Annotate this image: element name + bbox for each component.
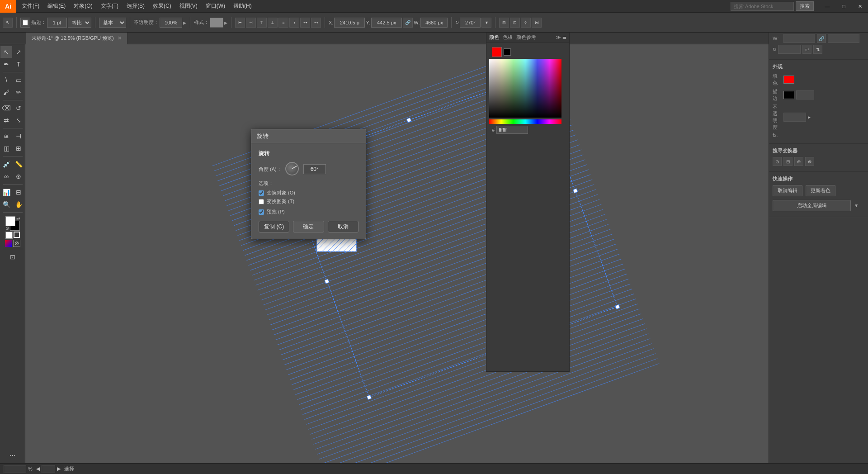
minimize-button[interactable]: — <box>819 0 835 13</box>
opacity-arrow[interactable]: ▸ <box>183 19 186 26</box>
w-input[interactable]: 4680 px <box>420 18 448 28</box>
more-tools-button[interactable]: ··· <box>7 450 19 461</box>
swap-colors-icon[interactable]: ⇄ <box>16 216 20 221</box>
zoom-tool[interactable]: 🔍 <box>0 199 12 210</box>
distribute-icon-2[interactable]: ⊷ <box>311 18 321 28</box>
preview-checkbox[interactable] <box>259 209 264 215</box>
link-icon[interactable]: 🔗 <box>403 18 413 28</box>
flip-horizontal-button[interactable]: ⇄ <box>802 45 811 54</box>
arrange-icon[interactable]: ⊞ <box>499 18 509 28</box>
graph-tool[interactable]: 📊 <box>0 186 12 198</box>
fill-color-box[interactable] <box>783 76 794 84</box>
style-arrow[interactable]: ▸ <box>224 19 227 26</box>
stroke-prop-input[interactable]: 1 pt <box>796 90 814 100</box>
gradient-tool[interactable]: ◫ <box>0 142 12 154</box>
align-icon-4[interactable]: ⊥ <box>268 18 278 28</box>
style-color-box[interactable] <box>210 18 223 28</box>
pencil-tool[interactable]: ✏ <box>13 86 24 98</box>
opacity-input[interactable] <box>160 18 182 28</box>
page-input[interactable]: 1 <box>42 465 55 473</box>
angle-dial[interactable] <box>285 162 299 175</box>
path-icon[interactable]: ⊹ <box>521 18 531 28</box>
pen-tool[interactable]: ✒ <box>0 58 12 70</box>
menu-object[interactable]: 对象(O) <box>70 1 96 11</box>
stroke-color-box[interactable] <box>783 91 794 99</box>
opacity-prop-input[interactable]: 100% <box>783 113 806 122</box>
rotate-tool[interactable]: ↺ <box>13 102 24 114</box>
angle-input[interactable]: 60° <box>303 164 326 174</box>
envelope-icon[interactable]: ⋈ <box>532 18 542 28</box>
swatches-tab[interactable]: 色板 <box>503 34 513 41</box>
cancel-button[interactable]: 取消 <box>328 221 359 232</box>
line-tool[interactable]: \ <box>0 74 12 86</box>
direct-selection-tool[interactable]: ↗ <box>13 46 24 58</box>
color-spectrum[interactable] <box>489 59 561 118</box>
h-prop-input[interactable]: 4292.998 <box>828 34 859 43</box>
handle-mr[interactable] <box>573 189 578 193</box>
hand-tool[interactable]: ✋ <box>13 199 24 210</box>
none-icon[interactable]: ⊘ <box>13 240 20 247</box>
copy-button[interactable]: 复制 (C) <box>259 221 289 232</box>
document-tab[interactable]: 未标题-1* @ 12.5% (RGB/GPU 预览) ✕ <box>26 33 127 44</box>
maximize-button[interactable]: □ <box>835 0 852 13</box>
stroke-color-swatch[interactable] <box>504 48 511 56</box>
eyedropper-tool[interactable]: 💉 <box>0 158 12 170</box>
stock-button[interactable]: 搜索 <box>796 1 814 11</box>
menu-effect[interactable]: 效果(C) <box>149 1 175 11</box>
fill-color-swatch[interactable] <box>492 47 502 57</box>
start-edit-expand[interactable]: ▼ <box>854 203 859 208</box>
stroke-width-input[interactable] <box>47 18 67 28</box>
menu-edit[interactable]: 编辑(E) <box>44 1 69 11</box>
opacity-expand-icon[interactable]: ▸ <box>808 114 811 120</box>
renew-color-button[interactable]: 更新着色 <box>806 185 835 196</box>
panel-collapse[interactable]: ≫ <box>556 35 561 40</box>
mirror-tool[interactable]: ⇄ <box>0 114 12 126</box>
stroke-color-box[interactable] <box>20 18 30 28</box>
handle-bl[interactable] <box>367 395 371 399</box>
transform-pattern-checkbox[interactable] <box>259 199 264 204</box>
w-prop-input[interactable]: 4680 px <box>783 34 815 43</box>
mesh-tool[interactable]: ⊞ <box>13 142 24 154</box>
blend-tool[interactable]: ∞ <box>0 171 12 182</box>
menu-type[interactable]: 文字(T) <box>97 1 122 11</box>
next-page-btn[interactable]: ▶ <box>57 466 61 472</box>
edit-icon-2[interactable]: ⊟ <box>783 157 793 166</box>
symbol-tool[interactable]: ⊛ <box>13 171 24 182</box>
selection-tool[interactable]: ↖ <box>0 46 12 58</box>
edit-icon-1[interactable]: ⊙ <box>773 157 782 166</box>
y-input[interactable]: 442.5 px <box>371 18 402 28</box>
x-input[interactable]: 2410.5 p <box>334 18 365 28</box>
menu-file[interactable]: 文件(F) <box>18 1 43 11</box>
align-icon-3[interactable]: ⊤ <box>257 18 267 28</box>
fill-icon[interactable] <box>5 232 13 239</box>
solid-color-icon[interactable] <box>5 240 12 247</box>
shape-tool[interactable]: ▭ <box>13 74 24 86</box>
stroke-style-select[interactable]: 等比 <box>68 18 91 28</box>
color-tab[interactable]: 颜色 <box>489 34 499 41</box>
selection-tool-icon[interactable]: ↖ <box>3 18 13 28</box>
paintbrush-tool[interactable]: 🖌 <box>0 86 12 98</box>
width-tool[interactable]: ⊣ <box>13 130 24 142</box>
transform-icon[interactable]: ⊡ <box>510 18 520 28</box>
align-icon-6[interactable]: ⋮ <box>289 18 299 28</box>
edit-icon-3[interactable]: ⊕ <box>794 157 803 166</box>
cancel-edit-button[interactable]: 取消编辑 <box>773 185 802 196</box>
align-icon-2[interactable]: ⊣ <box>246 18 256 28</box>
start-global-edit-button[interactable]: 启动全局编辑 <box>773 200 851 211</box>
close-button[interactable]: ✕ <box>852 0 868 13</box>
tab-close-button[interactable]: ✕ <box>118 35 122 41</box>
screen-mode-icon[interactable]: ⊡ <box>7 251 19 263</box>
edit-icon-4[interactable]: ⊗ <box>805 157 814 166</box>
rotation-more[interactable]: ▼ <box>481 18 491 28</box>
zoom-input[interactable]: 12.5% <box>4 465 26 473</box>
flip-vertical-button[interactable]: ⇅ <box>813 45 822 54</box>
color-guide-tab[interactable]: 颜色参考 <box>516 34 536 41</box>
artboard-tool[interactable]: ⊟ <box>13 186 24 198</box>
eraser-tool[interactable]: ⌫ <box>0 102 12 114</box>
menu-view[interactable]: 视图(V) <box>176 1 201 11</box>
rotation-input[interactable]: 270° <box>460 18 481 28</box>
panel-menu[interactable]: ☰ <box>562 35 566 40</box>
scale-tool[interactable]: ⤡ <box>13 114 24 126</box>
menu-window[interactable]: 窗口(W) <box>202 1 229 11</box>
align-icon-5[interactable]: ≡ <box>278 18 288 28</box>
